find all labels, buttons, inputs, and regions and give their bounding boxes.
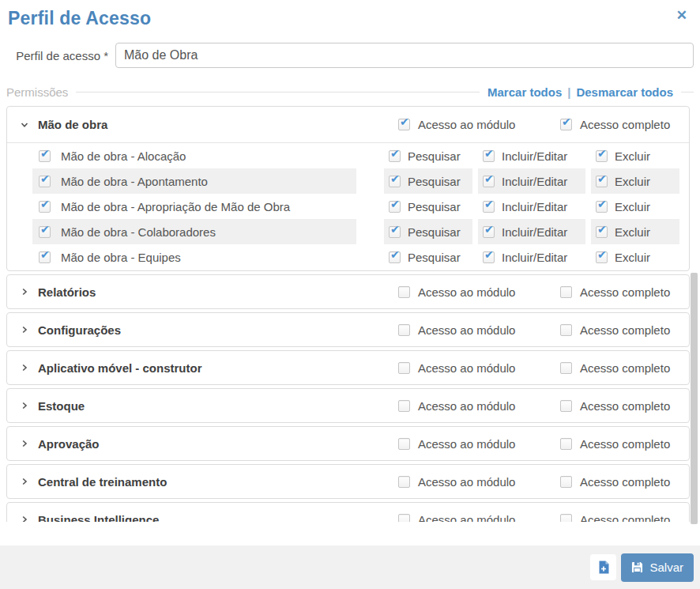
- full-access-checkbox[interactable]: [560, 476, 572, 488]
- section-header[interactable]: Aplicativo móvel - construtor Acesso ao …: [7, 351, 689, 384]
- section-relatorios: Relatórios Acesso ao módulo Acesso compl…: [6, 274, 690, 309]
- delete-label: Excluir: [615, 175, 650, 188]
- module-access-group: Acesso ao módulo: [398, 361, 560, 375]
- module-access-group: Acesso ao módulo: [398, 285, 560, 299]
- search-checkbox[interactable]: [389, 150, 401, 162]
- edit-checkbox[interactable]: [483, 176, 495, 187]
- edit-checkbox[interactable]: [483, 226, 495, 238]
- search-checkbox[interactable]: [389, 251, 401, 263]
- delete-checkbox[interactable]: [596, 201, 608, 213]
- section-aprovacao: Aprovação Acesso ao módulo Acesso comple…: [6, 426, 690, 461]
- unmark-all-link[interactable]: Desmarcar todos: [576, 85, 673, 99]
- permission-label: Mão de obra - Apropriação de Mão de Obra: [61, 200, 290, 213]
- permission-label: Mão de obra - Colaboradores: [61, 225, 216, 239]
- row-checkbox[interactable]: [39, 226, 51, 238]
- section-header[interactable]: Aprovação Acesso ao módulo Acesso comple…: [7, 427, 689, 460]
- section-label: Estoque: [38, 399, 398, 413]
- row-checkbox[interactable]: [39, 201, 51, 213]
- row-checkbox[interactable]: [39, 176, 51, 187]
- module-access-checkbox[interactable]: [398, 286, 410, 298]
- module-access-group: Acesso ao módulo: [398, 323, 560, 337]
- delete-checkbox[interactable]: [596, 176, 608, 187]
- scrollbar-thumb[interactable]: [691, 273, 698, 524]
- edit-checkbox[interactable]: [483, 150, 495, 162]
- full-access-group: Acesso completo: [560, 513, 683, 523]
- delete-cell: Excluir: [591, 143, 679, 168]
- section-header[interactable]: Central de treinamento Acesso ao módulo …: [7, 465, 689, 498]
- module-access-checkbox[interactable]: [398, 324, 410, 336]
- delete-cell: Excluir: [591, 219, 679, 244]
- row-checkbox[interactable]: [39, 251, 51, 263]
- full-access-label: Acesso completo: [580, 475, 670, 489]
- search-cell: Pesquisar: [384, 143, 472, 168]
- section-header[interactable]: Relatórios Acesso ao módulo Acesso compl…: [7, 275, 689, 308]
- module-access-checkbox[interactable]: [398, 362, 410, 374]
- section-central-treinamento: Central de treinamento Acesso ao módulo …: [6, 464, 690, 499]
- full-access-checkbox[interactable]: [560, 514, 572, 523]
- row-checkbox[interactable]: [39, 150, 51, 162]
- module-access-checkbox[interactable]: [398, 476, 410, 488]
- full-access-checkbox[interactable]: [560, 324, 572, 336]
- full-access-label: Acesso completo: [580, 437, 670, 451]
- section-label: Configurações: [38, 323, 398, 337]
- salvar-button[interactable]: Salvar: [621, 553, 694, 582]
- module-access-group: Acesso ao módulo: [398, 513, 560, 523]
- edit-checkbox[interactable]: [483, 201, 495, 213]
- bulk-select-links: Marcar todos | Desmarcar todos: [487, 85, 673, 99]
- edit-label: Incluir/Editar: [502, 251, 567, 264]
- edit-cell: Incluir/Editar: [478, 168, 585, 194]
- search-checkbox[interactable]: [389, 201, 401, 213]
- delete-checkbox[interactable]: [596, 150, 608, 162]
- link-separator: |: [567, 85, 570, 99]
- edit-label: Incluir/Editar: [502, 200, 567, 213]
- full-access-checkbox[interactable]: [560, 286, 572, 298]
- module-access-group: Acesso ao módulo: [398, 437, 560, 451]
- search-label: Pesquisar: [408, 225, 461, 239]
- mark-all-link[interactable]: Marcar todos: [487, 85, 562, 99]
- search-label: Pesquisar: [408, 200, 461, 213]
- edit-label: Incluir/Editar: [502, 175, 567, 188]
- search-label: Pesquisar: [408, 251, 461, 264]
- profile-name-label: Perfil de acesso *: [6, 49, 115, 62]
- search-cell: Pesquisar: [384, 219, 472, 244]
- module-access-label: Acesso ao módulo: [418, 437, 515, 451]
- full-access-checkbox[interactable]: [560, 438, 572, 450]
- module-access-label: Acesso ao módulo: [418, 361, 515, 375]
- permission-name-cell: Mão de obra - Equipes: [32, 244, 356, 270]
- full-access-checkbox[interactable]: [560, 362, 572, 374]
- permission-name-cell: Mão de obra - Apontamento: [32, 168, 356, 194]
- chevron-right-icon: [20, 477, 29, 486]
- new-document-button[interactable]: [590, 554, 616, 580]
- section-label: Aprovação: [38, 437, 398, 451]
- permission-label: Mão de obra - Equipes: [61, 251, 181, 264]
- file-plus-icon: [597, 561, 610, 574]
- section-header[interactable]: Configurações Acesso ao módulo Acesso co…: [7, 313, 689, 346]
- profile-name-input[interactable]: [115, 43, 694, 68]
- search-checkbox[interactable]: [389, 176, 401, 187]
- close-icon[interactable]: ✕: [676, 9, 687, 22]
- delete-checkbox[interactable]: [596, 226, 608, 238]
- permissions-list: Mão de obra Acesso ao módulo Acesso comp…: [6, 106, 690, 522]
- section-mao-de-obra: Mão de obra Acesso ao módulo Acesso comp…: [6, 106, 690, 271]
- full-access-label: Acesso completo: [580, 399, 670, 413]
- module-access-checkbox[interactable]: [398, 400, 410, 412]
- full-access-checkbox[interactable]: [560, 119, 572, 130]
- search-checkbox[interactable]: [389, 226, 401, 238]
- full-access-checkbox[interactable]: [560, 400, 572, 412]
- module-access-checkbox[interactable]: [398, 514, 410, 523]
- module-access-checkbox[interactable]: [398, 438, 410, 450]
- delete-checkbox[interactable]: [596, 251, 608, 263]
- section-header[interactable]: Mão de obra Acesso ao módulo Acesso comp…: [7, 107, 689, 142]
- edit-checkbox[interactable]: [483, 251, 495, 263]
- module-access-label: Acesso ao módulo: [418, 285, 515, 299]
- section-aplicativo-movel: Aplicativo móvel - construtor Acesso ao …: [6, 350, 690, 385]
- search-label: Pesquisar: [408, 175, 461, 188]
- search-cell: Pesquisar: [384, 244, 472, 270]
- permission-row: Mão de obra - Alocação Pesquisar Incluir…: [7, 143, 689, 168]
- chevron-right-icon: [20, 401, 29, 410]
- section-header[interactable]: Business Intelligence Acesso ao módulo A…: [7, 503, 689, 522]
- section-header[interactable]: Estoque Acesso ao módulo Acesso completo: [7, 389, 689, 422]
- chevron-down-icon: [20, 120, 29, 130]
- edit-cell: Incluir/Editar: [478, 143, 585, 168]
- module-access-checkbox[interactable]: [398, 119, 410, 130]
